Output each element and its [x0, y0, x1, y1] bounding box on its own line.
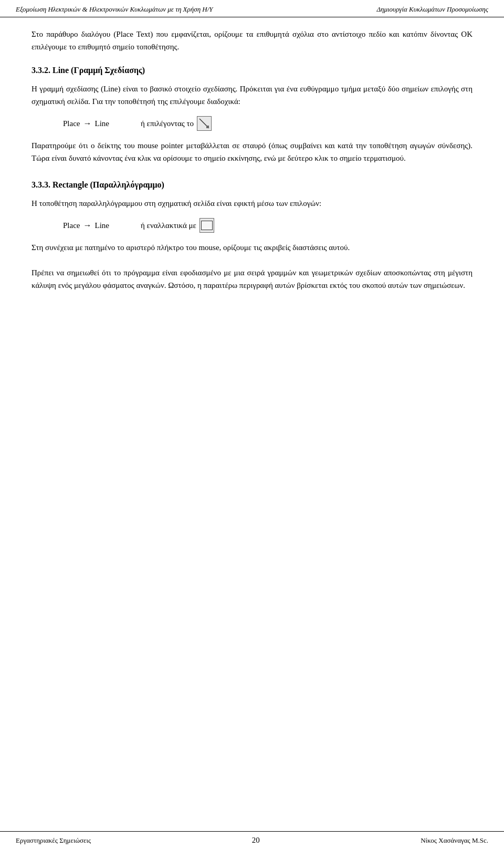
footer-page-number: 20: [252, 836, 260, 845]
footer-right: Νίκος Χασάναγας M.Sc.: [421, 836, 488, 845]
or-label-333: ή εναλλακτικά με: [141, 221, 196, 230]
section-333: 3.3.3. Rectangle (Παραλληλόγραμμο) Η τοπ…: [32, 180, 472, 254]
arrow-333: →: [83, 221, 91, 230]
section-333-number: 3.3.3.: [32, 180, 50, 189]
section-332-number: 3.3.2.: [32, 66, 50, 75]
line-label-332: Line: [94, 119, 109, 128]
intro-paragraph: Στο παράθυρο διαλόγου (Place Text) που ε…: [32, 28, 472, 53]
or-text-333: ή εναλλακτικά με: [141, 218, 214, 233]
section-333-para2: Στη συνέχεια με πατημένο το αριστερό πλή…: [32, 241, 472, 254]
or-label-332: ή επιλέγοντας το: [141, 119, 194, 128]
page-header: Εξομοίωση Ηλεκτρικών & Ηλεκτρονικών Κυκλ…: [0, 0, 504, 17]
place-line-text-333: Place → Line: [63, 221, 109, 230]
place-line-block-332: Place → Line ή επιλέγοντας το: [63, 116, 472, 131]
place-line-block-333: Place → Line ή εναλλακτικά με: [63, 218, 472, 233]
header-right-title: Δημιουργία Κυκλωμάτων Προσομοίωσης: [376, 5, 488, 14]
main-content: Στο παράθυρο διαλόγου (Place Text) που ε…: [0, 17, 504, 329]
section-333-para1: Η τοποθέτηση παραλληλόγραμμου στη σχηματ…: [32, 197, 472, 210]
line-label-333: Line: [94, 221, 109, 230]
line-diagonal-svg: [199, 118, 209, 129]
section-332: 3.3.2. Line (Γραμμή Σχεδίασης) Η γραμμή …: [32, 66, 472, 164]
rect-icon-333: [200, 218, 214, 233]
section-333-heading: Rectangle (Παραλληλόγραμμο): [52, 180, 164, 189]
svg-rect-1: [206, 126, 209, 128]
place-line-row-333: Place → Line ή εναλλακτικά με: [63, 218, 472, 233]
page-footer: Εργαστηριακές Σημειώσεις 20 Νίκος Χασάνα…: [0, 831, 504, 849]
place-label-333: Place: [63, 221, 80, 230]
section-332-title: 3.3.2. Line (Γραμμή Σχεδίασης): [32, 66, 472, 75]
or-text-332: ή επιλέγοντας το: [141, 116, 212, 131]
place-line-row-332: Place → Line ή επιλέγοντας το: [63, 116, 472, 131]
place-line-text-332: Place → Line: [63, 119, 109, 128]
section-333-title: 3.3.3. Rectangle (Παραλληλόγραμμο): [32, 180, 472, 190]
footer-left: Εργαστηριακές Σημειώσεις: [16, 836, 91, 845]
section-332-para2: Παρατηρούμε ότι ο δείκτης του mouse poin…: [32, 139, 472, 164]
section-332-para1: Η γραμμή σχεδίασης (Line) είναι το βασικ…: [32, 82, 472, 108]
section-332-heading: Line (Γραμμή Σχεδίασης): [52, 66, 145, 75]
line-icon-332: [197, 116, 212, 131]
header-left-title: Εξομοίωση Ηλεκτρικών & Ηλεκτρονικών Κυκλ…: [16, 5, 213, 14]
final-paragraph: Πρέπει να σημειωθεί ότι το πρόγραμμα είν…: [32, 266, 472, 292]
rect-shape: [201, 221, 213, 230]
arrow-332: →: [83, 119, 91, 128]
place-label-332: Place: [63, 119, 80, 128]
